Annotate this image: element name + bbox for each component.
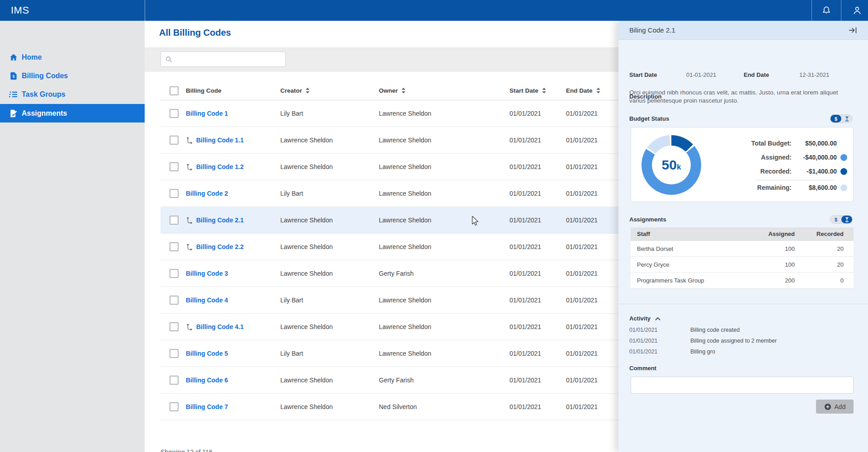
assignments-icon (9, 109, 18, 118)
hourglass-icon (845, 116, 849, 122)
column-header-billing-code[interactable]: Billing Code (186, 81, 222, 100)
comment-input[interactable] (631, 377, 854, 394)
row-checkbox[interactable] (170, 376, 179, 385)
row-checkbox[interactable] (170, 136, 179, 145)
assignment-row[interactable]: Bertha Dorset 100 20 (631, 241, 854, 257)
creator-cell: Lily Bart (280, 287, 303, 314)
billing-code-link[interactable]: Billing Code 6 (186, 377, 228, 384)
table-row[interactable]: Billing Code 4 Lily Bart Lawrence Sheldo… (160, 287, 618, 314)
notifications-bell-icon[interactable] (821, 5, 832, 16)
sidebar-item-billing-codes[interactable]: $ Billing Codes (0, 66, 145, 85)
start-date-cell: 01/01/2021 (509, 207, 541, 234)
billing-code-link[interactable]: Billing Code 2 (186, 190, 228, 197)
billing-code-link[interactable]: Billing Code 5 (186, 350, 228, 357)
row-checkbox[interactable] (170, 242, 179, 251)
legend-total-budget: Total Budget: $50,000.00 (719, 139, 850, 148)
table-row[interactable]: Billing Code 4.1 Lawrence Sheldon Lawren… (160, 314, 618, 340)
owner-cell: Lawrence Sheldon (379, 154, 431, 180)
table-row[interactable]: Billing Code 7 Lawrence Sheldon Ned Silv… (160, 394, 618, 420)
table-header-row: Billing Code Creator Owner Start Date En… (160, 81, 618, 100)
detail-panel: Biling Code 2.1 Start Date 01-01-2021 En… (618, 21, 868, 452)
add-comment-button[interactable]: Add (816, 400, 854, 414)
assignments-units-toggle[interactable]: $ (830, 215, 853, 224)
table-row[interactable]: Billing Code 5 Lily Bart Lawrence Sheldo… (160, 340, 618, 367)
table-row[interactable]: Billing Code 1.2 Lawrence Sheldon Lawren… (160, 154, 618, 180)
creator-cell: Lawrence Sheldon (280, 234, 333, 260)
collapse-panel-icon[interactable] (848, 26, 858, 34)
sort-icon[interactable] (401, 82, 406, 101)
row-checkbox[interactable] (170, 162, 179, 171)
divider (618, 304, 868, 304)
activity-label[interactable]: Activity (629, 315, 660, 322)
row-checkbox[interactable] (170, 322, 179, 331)
budget-units-toggle[interactable]: $ (830, 114, 853, 123)
task-groups-icon (9, 90, 18, 99)
hourglass-toggle-option[interactable] (841, 216, 852, 223)
sidebar-item-label: Home (22, 53, 42, 61)
row-checkbox[interactable] (170, 216, 179, 225)
table-row[interactable]: Billing Code 6 Lawrence Sheldon Gerty Fa… (160, 367, 618, 394)
description-text: Orci euismod nibh rhoncus cras velit, ac… (629, 89, 848, 105)
billing-code-link[interactable]: Billing Code 4 (186, 297, 228, 304)
dollar-toggle-option[interactable]: $ (830, 115, 841, 122)
dollar-toggle-option[interactable]: $ (830, 216, 841, 223)
row-checkbox[interactable] (170, 296, 179, 305)
table-row-selected[interactable]: Billing Code 2.1 Lawrence Sheldon Lawren… (160, 207, 618, 234)
billing-codes-icon: $ (9, 71, 18, 80)
table-row[interactable]: Billing Code 1.1 Lawrence Sheldon Lawren… (160, 127, 618, 154)
end-date-cell: 01/01/2021 (566, 287, 598, 314)
billing-code-link[interactable]: Billing Code 1.2 (196, 163, 244, 170)
search-input[interactable] (175, 52, 283, 66)
row-checkbox[interactable] (170, 269, 179, 278)
billing-code-link[interactable]: Billing Code 1.1 (196, 137, 244, 144)
legend-divider (756, 180, 834, 180)
select-all-checkbox[interactable] (170, 86, 179, 95)
sidebar-item-assignments[interactable]: Assignments (0, 104, 145, 122)
creator-cell: Lawrence Sheldon (280, 394, 333, 420)
table-row[interactable]: Billing Code 2.2 Lawrence Sheldon Lawren… (160, 234, 618, 260)
sort-icon[interactable] (542, 82, 546, 101)
start-date-cell: 01/01/2021 (509, 260, 541, 287)
creator-cell: Lawrence Sheldon (280, 314, 333, 340)
assignment-row[interactable]: Programmers Task Group 200 0 (631, 273, 854, 288)
search-box[interactable] (160, 52, 286, 67)
row-checkbox[interactable] (170, 402, 179, 411)
column-header-owner[interactable]: Owner (379, 81, 406, 100)
sort-icon[interactable] (596, 82, 600, 101)
table-row[interactable]: Billing Code 3 Lawrence Sheldon Gerty Fa… (160, 260, 618, 287)
hourglass-toggle-option[interactable] (841, 115, 852, 122)
billing-code-link[interactable]: Billing Code 4.1 (196, 323, 244, 330)
table-row[interactable]: Billing Code 1 Lily Bart Lawrence Sheldo… (160, 100, 618, 127)
column-header-end-date[interactable]: End Date (566, 81, 600, 100)
billing-code-link[interactable]: Billing Code 2.1 (196, 217, 244, 224)
sidebar-item-label: Billing Codes (22, 72, 68, 80)
billing-code-link[interactable]: Billing Code 1 (186, 110, 228, 117)
end-date-cell: 01/01/2021 (566, 207, 598, 234)
chevron-up-icon[interactable] (655, 315, 660, 322)
end-date-cell: 01/01/2021 (566, 314, 598, 340)
sort-icon[interactable] (306, 82, 310, 101)
table-row[interactable]: Billing Code 2 Lily Bart Lawrence Sheldo… (160, 180, 618, 207)
sidebar-item-home[interactable]: Home (0, 48, 145, 66)
row-checkbox[interactable] (170, 189, 179, 198)
start-date-cell: 01/01/2021 (509, 340, 541, 367)
end-date-cell: 01/01/2021 (566, 154, 598, 180)
row-checkbox[interactable] (170, 349, 179, 358)
billing-code-link[interactable]: Billing Code 2.2 (196, 243, 244, 250)
row-checkbox[interactable] (170, 109, 179, 118)
owner-cell: Lawrence Sheldon (379, 207, 431, 234)
column-header-creator[interactable]: Creator (280, 81, 310, 100)
owner-cell: Lawrence Sheldon (379, 100, 431, 127)
owner-cell: Ned Silverton (379, 394, 417, 420)
start-date-cell: 01/01/2021 (509, 127, 541, 154)
billing-code-link[interactable]: Billing Code 3 (186, 270, 228, 277)
billing-code-link[interactable]: Billing Code 7 (186, 403, 228, 410)
sidebar-item-task-groups[interactable]: Task Groups (0, 85, 145, 104)
detail-panel-title: Biling Code 2.1 (629, 21, 675, 40)
legend-dot-remaining (840, 184, 847, 191)
comment-label: Comment (629, 365, 656, 372)
user-account-icon[interactable] (852, 5, 863, 16)
owner-cell: Lawrence Sheldon (379, 234, 431, 260)
assignment-row[interactable]: Percy Gryce 100 20 (631, 257, 854, 273)
column-header-start-date[interactable]: Start Date (509, 81, 546, 100)
